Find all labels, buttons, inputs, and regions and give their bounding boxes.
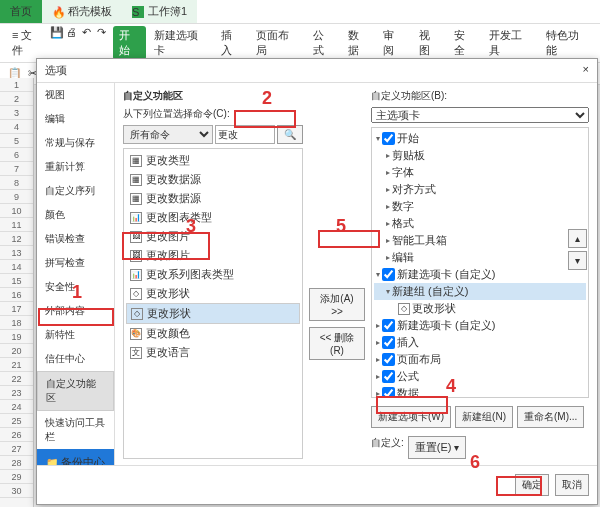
menu-review[interactable]: 审阅	[377, 26, 410, 60]
list-item: 📊更改系列图表类型	[126, 265, 300, 284]
sidebar-item-new[interactable]: 新特性	[37, 323, 114, 347]
move-down-button[interactable]: ▾	[568, 251, 587, 270]
sidebar-item-customize-ribbon[interactable]: 自定义功能区	[37, 371, 114, 411]
menu-formula[interactable]: 公式	[307, 26, 340, 60]
image-icon: 🖼	[130, 250, 142, 262]
tab-workbook[interactable]: S工作簿1	[122, 0, 197, 23]
tree-checkbox[interactable]	[382, 132, 395, 145]
section-title: 自定义功能区	[123, 89, 303, 103]
move-up-button[interactable]: ▴	[568, 229, 587, 248]
remove-button[interactable]: << 删除(R)	[309, 327, 365, 360]
dialog-titlebar: 选项 ×	[37, 59, 597, 83]
redo-icon[interactable]: ↷	[97, 26, 111, 40]
chart-icon: 📊	[130, 269, 142, 281]
ribbon-target-select[interactable]: 主选项卡	[371, 107, 589, 123]
print-icon[interactable]: 🖨	[66, 26, 80, 40]
cancel-button[interactable]: 取消	[555, 474, 589, 496]
sidebar-item-spell[interactable]: 拼写检查	[37, 251, 114, 275]
workbook-tabs: 首页 🔥稻壳模板 S工作簿1	[0, 0, 600, 24]
tab-home[interactable]: 首页	[0, 0, 42, 23]
sidebar-item-security[interactable]: 安全性	[37, 275, 114, 299]
sidebar-item-general[interactable]: 常规与保存	[37, 131, 114, 155]
row-headers: 1234567891011121314151617181920212223242…	[0, 78, 34, 507]
list-item: ▦更改数据源	[126, 189, 300, 208]
dialog-footer: 确定 取消	[37, 465, 597, 504]
shape-icon: ◇	[398, 303, 410, 315]
tree-node-selected: ▾新建组 (自定义)	[374, 283, 586, 300]
sidebar-item-recalc[interactable]: 重新计算	[37, 155, 114, 179]
search-input[interactable]	[215, 125, 275, 144]
sidebar-item-qat[interactable]: 快速访问工具栏	[37, 411, 114, 449]
sidebar-item-view[interactable]: 视图	[37, 83, 114, 107]
menu-security[interactable]: 安全	[448, 26, 481, 60]
options-dialog: 选项 × 视图 编辑 常规与保存 重新计算 自定义序列 颜色 错误检查 拼写检查…	[36, 58, 598, 505]
save-icon[interactable]: 💾	[50, 26, 64, 40]
sidebar-item-color[interactable]: 颜色	[37, 203, 114, 227]
new-tab-button[interactable]: 新建选项卡(W)	[371, 406, 451, 428]
caret-icon: ▾	[376, 134, 380, 143]
customize-label: 自定义功能区(B):	[371, 89, 589, 103]
list-item: 🖼更改图片	[126, 246, 300, 265]
sidebar-item-external[interactable]: 外部内容	[37, 299, 114, 323]
sidebar-item-custom-seq[interactable]: 自定义序列	[37, 179, 114, 203]
chart-icon: 📊	[130, 212, 142, 224]
commands-source-select[interactable]: 所有命令	[123, 125, 213, 144]
dialog-title: 选项	[45, 63, 67, 78]
list-item: ▦更改类型	[126, 151, 300, 170]
type-icon: ▦	[130, 155, 142, 167]
search-icon[interactable]: 🔍	[277, 125, 303, 144]
sidebar-item-trust[interactable]: 信任中心	[37, 347, 114, 371]
lang-icon: 文	[130, 347, 142, 359]
sidebar-item-edit[interactable]: 编辑	[37, 107, 114, 131]
list-item: 🖼更改图片	[126, 227, 300, 246]
backup-center-button[interactable]: 📁 备份中心	[37, 449, 114, 465]
menu-view[interactable]: 视图	[413, 26, 446, 60]
sidebar-item-error[interactable]: 错误检查	[37, 227, 114, 251]
menu-insert[interactable]: 插入	[215, 26, 248, 60]
choose-from-label: 从下列位置选择命令(C):	[123, 107, 303, 121]
shape-icon: ◇	[130, 288, 142, 300]
list-item: 📊更改图表类型	[126, 208, 300, 227]
list-item: ◇更改形状	[126, 284, 300, 303]
options-sidebar: 视图 编辑 常规与保存 重新计算 自定义序列 颜色 错误检查 拼写检查 安全性 …	[37, 83, 115, 465]
new-group-button[interactable]: 新建组(N)	[455, 406, 513, 428]
custom-label: 自定义:	[371, 436, 404, 459]
menu-special[interactable]: 特色功能	[540, 26, 594, 60]
menu-file[interactable]: ≡ 文件	[6, 26, 48, 60]
ok-button[interactable]: 确定	[515, 474, 549, 496]
list-item: 🎨更改颜色	[126, 324, 300, 343]
undo-icon[interactable]: ↶	[82, 26, 96, 40]
reset-button[interactable]: 重置(E) ▾	[408, 436, 466, 459]
menu-newtab[interactable]: 新建选项卡	[148, 26, 213, 60]
list-item: 文更改语言	[126, 343, 300, 362]
shape-icon: ◇	[131, 308, 143, 320]
fire-icon: 🔥	[52, 6, 64, 18]
menu-data[interactable]: 数据	[342, 26, 375, 60]
menu-start[interactable]: 开始	[113, 26, 146, 60]
row-header[interactable]: 1	[0, 78, 33, 92]
data-icon: ▦	[130, 174, 142, 186]
data-icon: ▦	[130, 193, 142, 205]
tab-templates[interactable]: 🔥稻壳模板	[42, 0, 122, 23]
add-button[interactable]: 添加(A) >>	[309, 288, 365, 321]
close-icon[interactable]: ×	[583, 63, 589, 78]
menu-dev[interactable]: 开发工具	[483, 26, 537, 60]
menu-layout[interactable]: 页面布局	[250, 26, 304, 60]
list-item-selected: ◇更改形状	[126, 303, 300, 324]
ribbon-tree[interactable]: ▾开始 ▸剪贴板 ▸字体 ▸对齐方式 ▸数字 ▸格式 ▸智能工具箱 ▸编辑 ▾新…	[371, 127, 589, 398]
sheet-icon: S	[132, 6, 144, 18]
color-icon: 🎨	[130, 328, 142, 340]
list-item: ▦更改数据源	[126, 170, 300, 189]
image-icon: 🖼	[130, 231, 142, 243]
commands-list[interactable]: ▦更改类型 ▦更改数据源 ▦更改数据源 📊更改图表类型 🖼更改图片 🖼更改图片 …	[123, 148, 303, 459]
rename-button[interactable]: 重命名(M)...	[517, 406, 584, 428]
